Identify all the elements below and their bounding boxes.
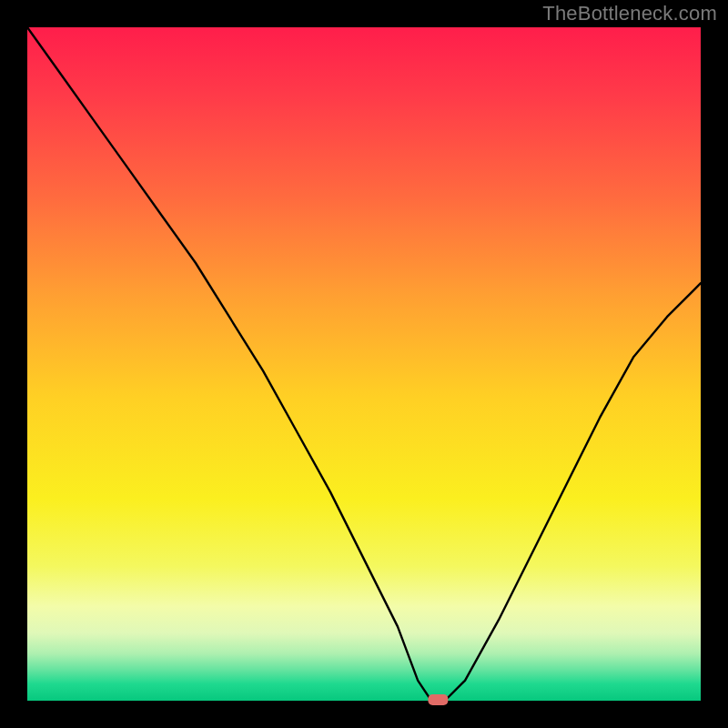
watermark-text: TheBottleneck.com: [542, 2, 717, 25]
optimum-marker: [428, 694, 448, 705]
plot-background: [27, 27, 701, 701]
chart-container: TheBottleneck.com: [0, 0, 728, 728]
bottleneck-chart: [0, 0, 728, 728]
